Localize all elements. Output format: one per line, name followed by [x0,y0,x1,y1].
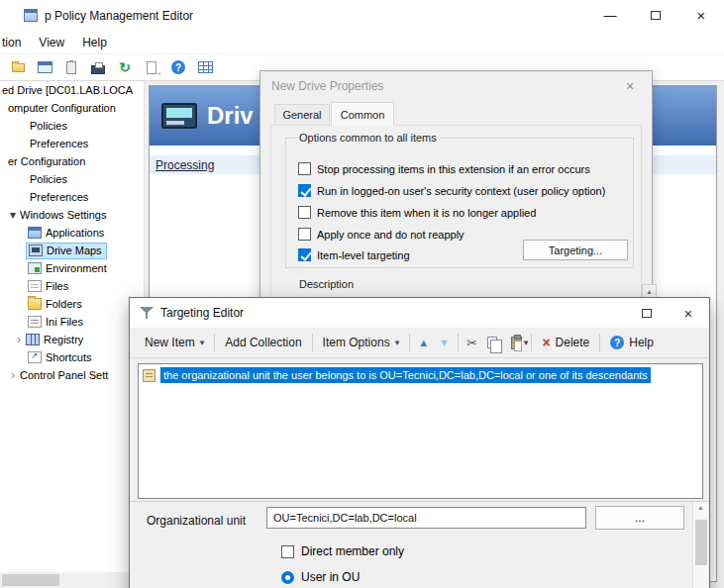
tree-item-control-panel-settings[interactable]: ›Control Panel Sett [0,366,144,384]
refresh-icon[interactable]: ↻ [115,58,135,77]
targeting-close-button[interactable]: × [668,298,709,328]
menu-help[interactable]: Help [73,32,116,53]
question-icon: ? [171,60,185,74]
option-item-level-targeting[interactable]: Item-level targeting [298,248,410,261]
tree-item-computer-configuration[interactable]: omputer Configuration [0,99,144,117]
tree-item-drive-maps[interactable]: Drive Maps [0,242,144,259]
mmc-app-icon [24,9,38,22]
targeting-button[interactable]: Targeting... [523,240,628,260]
menu-view[interactable]: View [30,32,73,53]
paste-icon[interactable] [511,337,522,349]
tree-item-user-configuration[interactable]: er Configuration [0,152,144,170]
options-groupbox: Options common to all items Stop process… [285,138,634,268]
minimize-button[interactable]: — [587,0,633,31]
show-console-tree-icon[interactable] [35,58,54,77]
scrollbar-thumb[interactable] [695,520,707,565]
tree-item-shortcuts[interactable]: Shortcuts [0,348,144,366]
up-one-level-icon[interactable] [8,58,28,77]
tree-item-ini-files[interactable]: Ini Files [0,313,144,331]
browse-button[interactable]: ... [595,506,684,530]
maximize-icon [651,11,661,20]
targeting-maximize-button[interactable] [626,298,668,328]
cut-icon[interactable]: ✂ [462,336,482,350]
properties-close-button[interactable]: × [616,71,644,100]
printer-glyph [91,65,105,74]
window-title: p Policy Management Editor [45,9,193,23]
maximize-button[interactable] [633,0,678,31]
option-stop-processing[interactable]: Stop processing items in this extension … [298,162,590,175]
groupbox-title: Options common to all items [295,132,441,144]
new-drive-properties-dialog: New Drive Properties × General Common Op… [259,70,653,318]
menu-bar: tion View Help [0,31,724,54]
item-options-button[interactable]: Item Options▾ [316,332,407,353]
tree-item-gpo-root[interactable]: ed Drive [DC01.LAB.LOCA [0,81,144,99]
checkbox-checked[interactable] [298,248,311,261]
user-in-ou-option[interactable]: User in OU [281,570,360,584]
options-vertical-scrollbar[interactable]: ▲ [692,502,708,588]
export-list-icon[interactable]: → [142,58,161,77]
add-collection-button[interactable]: Add Collection [218,332,308,353]
targeting-item-row[interactable]: the organizational unit the user belongs… [139,367,702,383]
tab-general[interactable]: General [274,104,330,125]
checkbox-unchecked[interactable] [281,545,294,558]
maximize-icon [642,309,652,318]
tree-item-windows-settings[interactable]: ▾Windows Settings [0,206,144,224]
collapsed-chevron-icon[interactable]: › [12,333,26,346]
export-arrow-icon: → [153,66,162,77]
tree-item-environment[interactable]: Environment [0,259,144,277]
tree-item-policies-computer[interactable]: Policies [0,117,144,135]
tree-item-folders[interactable]: Folders [0,295,144,313]
copy-icon[interactable] [487,337,497,348]
toolbar-separator [458,334,459,351]
delete-x-icon: × [542,335,550,350]
option-apply-once[interactable]: Apply once and do not reapply [298,228,465,241]
checkbox-unchecked[interactable] [298,206,311,219]
properties-titlebar: New Drive Properties × [260,71,652,100]
folder-icon [12,63,25,72]
tree-item-preferences-user[interactable]: Preferences [0,188,144,206]
collapsed-chevron-icon[interactable]: › [6,368,20,382]
panel-divider [130,501,709,502]
printer-icon[interactable] [88,58,108,77]
clipboard-icon[interactable] [61,58,81,77]
move-up-icon[interactable]: ▲ [413,337,434,348]
scrollbar-thumb[interactable] [2,574,59,586]
drive-maps-header-icon [161,103,197,129]
option-run-in-user-context[interactable]: Run in logged-on user's security context… [298,184,605,197]
menu-action[interactable]: tion [0,32,30,53]
toolbar-separator [599,334,600,351]
scroll-up-icon[interactable]: ▲ [693,504,708,511]
caret-down-icon: ▾ [200,338,205,347]
close-button[interactable]: × [678,0,724,31]
organizational-unit-input[interactable] [266,507,586,529]
tree-horizontal-scrollbar[interactable] [0,572,145,588]
console-table-icon[interactable] [195,58,215,77]
tree-item-files[interactable]: Files [0,277,144,295]
paste-dropdown-icon[interactable]: ▾ [524,338,529,347]
checkbox-unchecked[interactable] [298,162,311,175]
tab-common[interactable]: Common [331,102,394,126]
window-icon [38,61,52,73]
direct-member-only-option[interactable]: Direct member only [281,544,404,558]
help-icon[interactable]: ? [168,58,188,77]
tree-item-policies-user[interactable]: Policies [0,170,144,188]
tree-item-registry[interactable]: ›Registry [0,331,144,348]
common-tab-page: Options common to all items Stop process… [270,125,642,309]
checkbox-unchecked[interactable] [298,228,311,241]
radio-selected[interactable] [281,571,294,584]
console-tree: ed Drive [DC01.LAB.LOCA omputer Configur… [0,81,145,572]
tree-item-applications[interactable]: Applications [0,224,144,242]
checkbox-checked[interactable] [298,184,311,197]
delete-button[interactable]: ×Delete [535,331,596,354]
processing-link[interactable]: Processing [155,158,214,172]
help-button[interactable]: ?Help [603,332,661,353]
toolbar-separator [531,334,532,351]
organizational-unit-label: Organizational unit [147,514,246,528]
move-down-icon[interactable]: ▼ [434,337,455,348]
shortcuts-icon [28,351,42,363]
tree-item-preferences-computer[interactable]: Preferences [0,135,144,152]
option-remove-when-not-applied[interactable]: Remove this item when it is no longer ap… [298,206,536,219]
description-scrollbar-stub[interactable]: ▲ [642,284,657,298]
expanded-chevron-icon[interactable]: ▾ [6,208,20,222]
new-item-button[interactable]: New Item▾ [138,332,211,353]
